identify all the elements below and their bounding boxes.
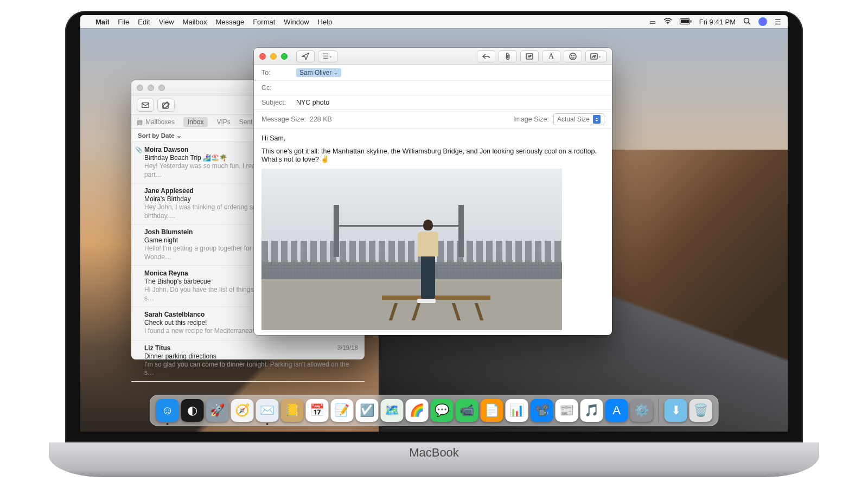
markup-button[interactable] [520, 50, 539, 62]
dock-trash[interactable]: 🗑️ [690, 399, 712, 422]
message-body[interactable]: Hi Sam, This one's got it all: the Manha… [254, 129, 612, 336]
tab-sent[interactable]: Sent [239, 118, 253, 126]
svg-rect-2 [690, 20, 691, 23]
dock-separator [659, 399, 659, 422]
svg-point-0 [667, 23, 668, 24]
dock-numbers[interactable]: 📊 [506, 399, 528, 422]
dock-reminders[interactable]: ☑️ [356, 399, 379, 422]
dock-itunes[interactable]: 🎵 [580, 399, 603, 422]
format-button[interactable]: A [542, 50, 560, 62]
dock-messages[interactable]: 💬 [431, 399, 454, 422]
svg-line-5 [749, 22, 751, 24]
menubar-clock[interactable]: Fri 9:41 PM [699, 18, 736, 26]
dock-appstore[interactable]: A [605, 399, 628, 422]
menu-file[interactable]: File [118, 18, 129, 26]
message-sender: Liz Titus [144, 344, 170, 352]
siri-icon[interactable] [758, 17, 767, 26]
dock-photos[interactable]: 🌈 [406, 399, 429, 422]
svg-rect-3 [681, 20, 689, 23]
image-size-label: Image Size: [513, 115, 549, 123]
body-paragraph: This one's got it all: the Manhattan sky… [261, 147, 604, 163]
dock-siri[interactable]: ◐ [181, 399, 204, 422]
compose-button[interactable] [157, 99, 175, 112]
message-size-value: 228 KB [310, 115, 332, 123]
photo-browser-button[interactable]: ⌄ [585, 50, 607, 62]
close-button[interactable] [259, 53, 266, 60]
app-menu[interactable]: Mail [95, 18, 109, 26]
zoom-button[interactable] [158, 85, 165, 91]
compose-window: ☰ ⌄ A ⌄ To: Sam Oliver⌄ Cc: [254, 48, 612, 335]
menu-mailbox[interactable]: Mailbox [183, 18, 207, 26]
get-mail-button[interactable] [137, 99, 154, 112]
header-fields-button[interactable]: ☰ ⌄ [318, 50, 337, 62]
dock-keynote[interactable]: 📽️ [531, 399, 553, 422]
wifi-icon[interactable] [663, 18, 672, 26]
subject-value[interactable]: NYC photo [296, 99, 329, 106]
laptop-hinge: MacBook [49, 442, 819, 477]
dock-notes[interactable]: 📝 [331, 399, 354, 422]
dock-safari[interactable]: 🧭 [231, 399, 254, 422]
attached-photo[interactable] [261, 169, 562, 330]
sort-button[interactable]: Sort by Date ⌄ [138, 132, 182, 139]
menu-view[interactable]: View [159, 18, 174, 26]
dock-facetime[interactable]: 📹 [456, 399, 478, 422]
cc-label: Cc: [261, 84, 292, 92]
dock-launchpad[interactable]: 🚀 [206, 399, 229, 422]
minimize-button[interactable] [148, 85, 154, 91]
dock-mail[interactable]: ✉️ [256, 399, 279, 422]
tab-mailboxes[interactable]: ▦ Mailboxes [137, 118, 175, 126]
to-field[interactable]: To: Sam Oliver⌄ [254, 65, 612, 81]
dock-pages[interactable]: 📄 [481, 399, 503, 422]
dock-calendar[interactable]: 📅 [306, 399, 329, 422]
cc-field[interactable]: Cc: [254, 81, 612, 95]
minimize-button[interactable] [270, 53, 277, 60]
message-date: 3/19/18 [337, 344, 358, 352]
message-sender: Moira Dawson [144, 146, 188, 153]
subject-field[interactable]: Subject: NYC photo [254, 95, 612, 110]
reply-button[interactable] [477, 50, 495, 62]
close-button[interactable] [137, 85, 143, 91]
send-button[interactable] [296, 50, 315, 62]
recipient-token[interactable]: Sam Oliver⌄ [296, 68, 341, 77]
message-sender: Josh Blumstein [144, 228, 193, 236]
svg-rect-6 [142, 102, 149, 107]
message-sender: Jane Appleseed [144, 187, 194, 195]
dock-maps[interactable]: 🗺️ [381, 399, 404, 422]
notification-center-icon[interactable]: ☰ [775, 18, 781, 26]
dock-news[interactable]: 📰 [556, 399, 578, 422]
spotlight-icon[interactable] [743, 17, 751, 27]
menu-edit[interactable]: Edit [138, 18, 150, 26]
message-preview: I'm so glad you can come to dinner tonig… [144, 361, 358, 377]
message-row[interactable]: Liz Titus3/19/18Dinner parking direction… [131, 341, 365, 382]
zoom-button[interactable] [281, 53, 288, 60]
attachment-icon: 📎 [135, 146, 143, 153]
chevron-down-icon: ⌄ [334, 70, 338, 75]
emoji-button[interactable] [564, 50, 582, 62]
attach-button[interactable] [499, 50, 517, 62]
stepper-icon [593, 115, 601, 124]
dock-contacts[interactable]: 📒 [281, 399, 304, 422]
tab-inbox[interactable]: Inbox [183, 117, 208, 127]
menu-help[interactable]: Help [318, 18, 333, 26]
attachment-info-row: Message Size: 228 KB Image Size: Actual … [254, 110, 612, 129]
subject-label: Subject: [261, 99, 292, 106]
svg-point-14 [571, 55, 572, 55]
dock-downloads[interactable]: ⬇︎ [665, 399, 687, 422]
message-subject: Dinner parking directions [144, 352, 358, 361]
dock-preferences[interactable]: ⚙️ [630, 399, 653, 422]
compose-titlebar[interactable]: ☰ ⌄ A ⌄ [254, 48, 612, 65]
dock: ☺◐🚀🧭✉️📒📅📝☑️🗺️🌈💬📹📄📊📽️📰🎵A⚙️⬇︎🗑️ [150, 395, 719, 426]
message-sender: Sarah Castelblanco [144, 311, 205, 318]
chevron-down-icon: ⌄ [176, 132, 182, 139]
airplay-icon[interactable]: ▭ [649, 18, 656, 26]
image-size-select[interactable]: Actual Size [553, 113, 604, 125]
svg-point-13 [570, 53, 576, 60]
message-sender: Monica Reyna [144, 269, 188, 277]
desktop: Mail File Edit View Mailbox Message Form… [80, 15, 788, 432]
dock-finder[interactable]: ☺ [156, 399, 179, 422]
menu-message[interactable]: Message [215, 18, 244, 26]
battery-icon[interactable] [680, 18, 692, 26]
tab-vips[interactable]: VIPs [216, 118, 230, 126]
menu-window[interactable]: Window [284, 18, 309, 26]
menu-format[interactable]: Format [253, 18, 275, 26]
